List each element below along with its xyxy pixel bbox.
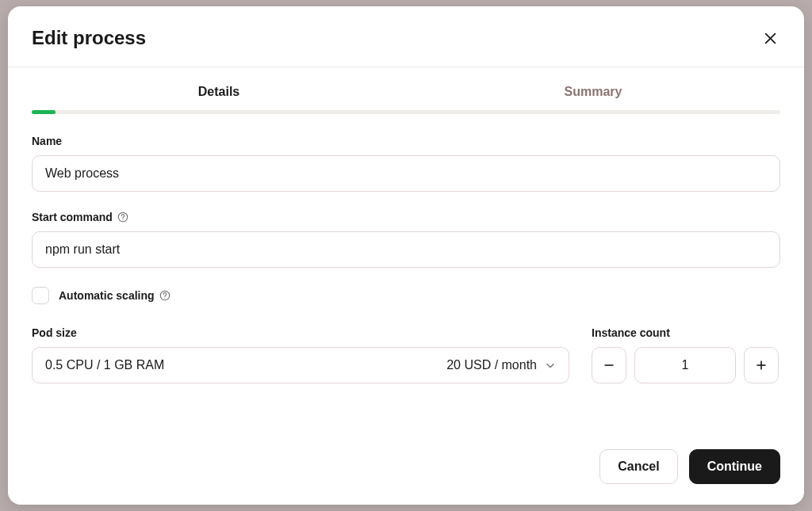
- cancel-button-label: Cancel: [618, 460, 659, 473]
- close-icon: [764, 32, 777, 45]
- progress-track: [32, 110, 780, 114]
- pod-size-spec: 0.5 CPU / 1 GB RAM: [45, 358, 164, 372]
- svg-point-5: [164, 298, 165, 299]
- plus-icon: [755, 359, 768, 372]
- cancel-button[interactable]: Cancel: [599, 449, 677, 484]
- pod-size-column: Pod size 0.5 CPU / 1 GB RAM 20 USD / mon…: [32, 326, 569, 383]
- pod-size-label: Pod size: [32, 326, 569, 339]
- tab-bar: Details Summary: [8, 85, 804, 110]
- instance-count-input[interactable]: [634, 347, 736, 383]
- instance-count-stepper: [592, 347, 780, 383]
- continue-button-label: Continue: [707, 460, 762, 473]
- modal-title: Edit process: [32, 27, 146, 49]
- start-command-field-group: Start command: [32, 211, 780, 268]
- decrement-button[interactable]: [592, 347, 626, 383]
- increment-button[interactable]: [744, 347, 779, 383]
- automatic-scaling-checkbox[interactable]: [32, 287, 49, 304]
- modal-footer: Cancel Continue: [8, 437, 804, 505]
- instance-count-label: Instance count: [592, 326, 780, 339]
- automatic-scaling-row: Automatic scaling: [32, 287, 780, 304]
- minus-icon: [603, 359, 615, 372]
- start-command-label-text: Start command: [32, 211, 113, 223]
- pod-size-right: 20 USD / month: [446, 358, 556, 372]
- name-input[interactable]: [32, 155, 780, 192]
- chevron-down-icon: [545, 360, 556, 371]
- instance-count-column: Instance count: [592, 326, 780, 383]
- pod-size-select[interactable]: 0.5 CPU / 1 GB RAM 20 USD / month: [32, 347, 569, 383]
- tab-summary[interactable]: Summary: [406, 85, 780, 110]
- modal-header: Edit process: [8, 6, 804, 67]
- automatic-scaling-label-text: Automatic scaling: [59, 289, 155, 302]
- close-button[interactable]: [760, 29, 780, 48]
- progress-fill: [32, 110, 56, 114]
- help-icon[interactable]: [159, 290, 170, 301]
- start-command-label: Start command: [32, 211, 780, 223]
- name-label: Name: [32, 135, 780, 147]
- svg-point-3: [122, 219, 123, 220]
- continue-button[interactable]: Continue: [689, 449, 780, 484]
- tab-summary-label: Summary: [565, 85, 622, 98]
- pod-size-price: 20 USD / month: [446, 358, 537, 372]
- edit-process-modal: Edit process Details Summary Name Start …: [8, 6, 804, 505]
- start-command-input[interactable]: [32, 231, 780, 268]
- bottom-row: Pod size 0.5 CPU / 1 GB RAM 20 USD / mon…: [32, 326, 780, 383]
- automatic-scaling-label: Automatic scaling: [59, 289, 170, 302]
- name-field-group: Name: [32, 135, 780, 192]
- tab-details[interactable]: Details: [32, 85, 406, 110]
- tab-details-label: Details: [198, 85, 239, 98]
- help-icon[interactable]: [117, 212, 128, 223]
- modal-content: Name Start command Automatic scaling: [8, 114, 804, 437]
